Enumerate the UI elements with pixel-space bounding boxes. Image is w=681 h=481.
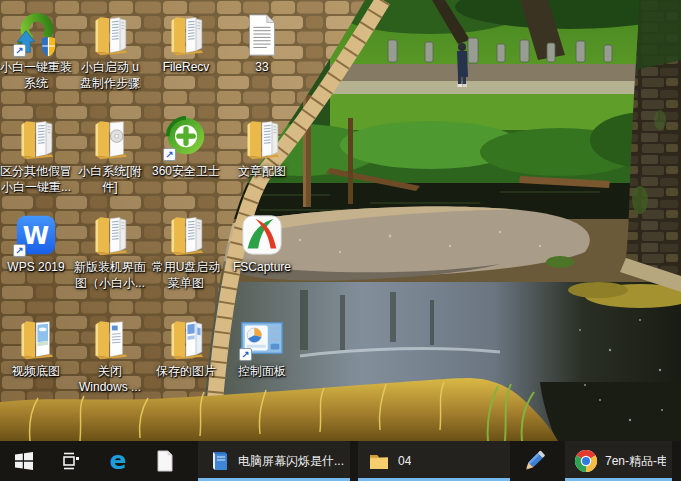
taskbar-button-label: 电脑屏幕闪烁是什... [238,453,344,470]
taskbar-button-label: 04 [398,454,411,468]
desktop-icon-label: 360安全卫士 [150,163,222,179]
desktop-icon-label: 关闭 Windows ... [74,363,146,395]
svg-text:e: e [109,448,126,474]
desktop-icon-label: 小白一键重装 系统 [0,59,72,91]
folder-docs-icon [87,212,133,258]
edge-button[interactable]: e [94,441,141,481]
window-button-screen-flicker[interactable]: 电脑屏幕闪烁是什... [198,441,350,481]
windows-desktop: ↗小白一键重装 系统小白启动 u 盘制作步骤FileRecv33区分其他假冒 小… [0,0,681,481]
pencil-tool-button[interactable] [510,441,557,481]
desktop-icon-close-windows-folder[interactable]: 关闭 Windows ... [74,316,146,395]
start-icon [13,450,35,472]
desktop-icon-grid: ↗小白一键重装 系统小白启动 u 盘制作步骤FileRecv33区分其他假冒 小… [0,0,681,441]
desktop-icon-label: FSCapture [226,259,298,275]
desktop-icon-label: FileRecv [150,59,222,75]
text-doc-icon [239,12,285,58]
desktop-icon-label: 文章配图 [226,163,298,179]
desktop-icon-label: 小白系统[附 件] [74,163,146,195]
pencil-icon [521,448,547,474]
fscapture-icon [239,212,285,258]
desktop-icon-label: 保存的图片 [150,363,222,379]
desktop-icon-article-images-folder[interactable]: 文章配图 [226,116,298,179]
desktop-icon-wps-2019[interactable]: W↗WPS 2019 [0,212,72,275]
wps-icon: W↗ [13,212,59,258]
desktop-icon-new-install-ui-folder[interactable]: 新版装机界面 图（小白小... [74,212,146,291]
shortcut-arrow-icon: ↗ [13,244,26,257]
desktop-icon-label: 新版装机界面 图（小白小... [74,259,146,291]
desktop-icon-xiaobai-onekey-reinstall[interactable]: ↗小白一键重装 系统 [0,12,72,91]
notepad-icon [154,449,176,473]
window-button-chrome-7en[interactable]: 7en-精品-电脑 [565,441,672,481]
desktop-icon-fscapture[interactable]: FSCapture [226,212,298,275]
folder-disc-icon [87,116,133,162]
folder-image-icon [13,316,59,362]
folder-small-icon [367,449,391,473]
desktop-icon-label: 区分其他假冒 小白一键重... [0,163,72,195]
desktop-icon-label: 33 [226,59,298,75]
task-view-icon [59,449,83,473]
shortcut-arrow-icon: ↗ [13,44,26,57]
desktop-icon-label: 常用U盘启动 菜单图 [150,259,222,291]
desktop-icon-usb-boot-menu-folder[interactable]: 常用U盘启动 菜单图 [150,212,222,291]
safe360-icon: ↗ [163,116,209,162]
desktop-icon-filerecv-folder[interactable]: FileRecv [150,12,222,75]
folder-image-blue-icon [163,316,209,362]
edge-icon: e [105,448,131,474]
notepad-button[interactable] [141,441,188,481]
shortcut-arrow-icon: ↗ [239,348,252,361]
folder-docs-icon [163,12,209,58]
folder-doc-blue-icon [87,316,133,362]
desktop-icon-xiaobai-usb-steps-folder[interactable]: 小白启动 u 盘制作步骤 [74,12,146,91]
start-button[interactable] [0,441,47,481]
window-button-folder-04[interactable]: 04 [358,441,510,481]
desktop-icon-label: WPS 2019 [0,259,72,275]
chrome-icon [574,449,598,473]
desktop-icon-distinguish-fake-xiaobai-folder[interactable]: 区分其他假冒 小白一键重... [0,116,72,195]
desktop-icon-label: 控制面板 [226,363,298,379]
desktop-icon-control-panel[interactable]: ↗控制面板 [226,316,298,379]
svg-text:W: W [23,222,49,250]
desktop-icon-label: 小白启动 u 盘制作步骤 [74,59,146,91]
xiaobai-icon: ↗ [13,12,59,58]
desktop-icon-text-file-33[interactable]: 33 [226,12,298,75]
folder-docs-icon [163,212,209,258]
desktop-icon-label: 视频底图 [0,363,72,379]
desktop-icon-video-background-folder[interactable]: 视频底图 [0,316,72,379]
taskbar-button-label: 7en-精品-电脑 [605,453,666,470]
desktop-icon-saved-pictures-folder[interactable]: 保存的图片 [150,316,222,379]
folder-docs-icon [87,12,133,58]
taskbar: e电脑屏幕闪烁是什...047en-精品-电脑 [0,441,681,481]
desktop-icon-360-safeguard[interactable]: ↗360安全卫士 [150,116,222,179]
control-panel-icon: ↗ [239,316,285,362]
folder-docs-icon [239,116,285,162]
shortcut-arrow-icon: ↗ [163,148,176,161]
book-icon [207,449,231,473]
desktop-icon-xiaobai-system-attachment-folder[interactable]: 小白系统[附 件] [74,116,146,195]
folder-docs-icon [13,116,59,162]
task-view-button[interactable] [47,441,94,481]
